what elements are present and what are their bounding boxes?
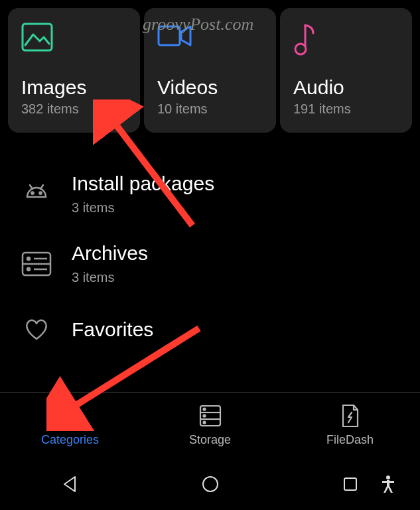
- file-lightning-icon: [340, 404, 360, 428]
- tab-storage[interactable]: Storage: [140, 393, 280, 458]
- videos-tile-title: Videos: [157, 76, 263, 99]
- category-list: Install packages 3 items Archives 3 item…: [0, 133, 420, 348]
- svg-point-7: [39, 192, 41, 194]
- bottom-tab-bar: Categories Storage FileDash: [0, 392, 420, 458]
- tab-categories[interactable]: Categories: [0, 393, 140, 458]
- install-packages-title: Install packages: [72, 172, 214, 195]
- archive-icon: [19, 246, 54, 282]
- nav-home-button[interactable]: [190, 468, 230, 501]
- svg-rect-1: [159, 27, 180, 45]
- svg-marker-14: [60, 406, 73, 415]
- svg-point-10: [27, 257, 30, 260]
- videos-tile-count: 10 items: [157, 101, 263, 117]
- install-packages-row[interactable]: Install packages 3 items: [0, 159, 420, 229]
- archives-count: 3 items: [72, 270, 148, 285]
- tab-filedash[interactable]: FileDash: [280, 393, 420, 458]
- svg-marker-2: [181, 27, 190, 45]
- svg-point-6: [31, 192, 33, 194]
- tab-filedash-label: FileDash: [326, 433, 374, 447]
- svg-point-16: [70, 415, 81, 426]
- svg-point-24: [203, 477, 218, 491]
- tab-storage-label: Storage: [189, 433, 231, 447]
- svg-marker-28: [382, 481, 394, 493]
- archives-row[interactable]: Archives 3 items: [0, 229, 420, 298]
- audio-tile-title: Audio: [293, 76, 399, 99]
- video-icon: [157, 23, 263, 56]
- svg-point-26: [386, 476, 390, 479]
- svg-point-21: [203, 415, 205, 417]
- videos-tile[interactable]: Videos 10 items: [144, 8, 276, 133]
- nav-accessibility-button[interactable]: [368, 468, 408, 501]
- android-icon: [19, 176, 54, 212]
- favorites-row[interactable]: Favorites: [0, 298, 420, 348]
- install-packages-count: 3 items: [72, 200, 214, 216]
- favorites-title: Favorites: [72, 318, 153, 341]
- nav-recent-button[interactable]: [330, 468, 370, 501]
- tab-categories-label: Categories: [41, 433, 99, 447]
- svg-point-11: [27, 268, 30, 271]
- image-icon: [21, 23, 127, 56]
- heart-icon: [19, 312, 54, 348]
- images-tile-title: Images: [21, 76, 127, 99]
- audio-tile-count: 191 items: [293, 101, 399, 117]
- images-tile[interactable]: Images 382 items: [8, 8, 140, 133]
- svg-line-5: [40, 185, 43, 189]
- svg-point-3: [295, 44, 306, 54]
- shapes-icon: [57, 404, 84, 428]
- svg-rect-15: [60, 418, 68, 426]
- music-note-icon: [293, 23, 399, 56]
- nav-back-button[interactable]: [50, 468, 90, 501]
- svg-marker-23: [64, 477, 75, 491]
- svg-rect-25: [344, 478, 356, 490]
- svg-point-22: [203, 422, 205, 424]
- audio-tile[interactable]: Audio 191 items: [280, 8, 412, 133]
- images-tile-count: 382 items: [21, 101, 127, 117]
- storage-icon: [199, 404, 222, 428]
- svg-point-20: [203, 409, 205, 411]
- archives-title: Archives: [72, 242, 148, 265]
- svg-line-4: [30, 185, 33, 189]
- android-nav-bar: [0, 458, 420, 510]
- category-tiles-row: Images 382 items Videos 10 items Audio 1…: [0, 0, 420, 133]
